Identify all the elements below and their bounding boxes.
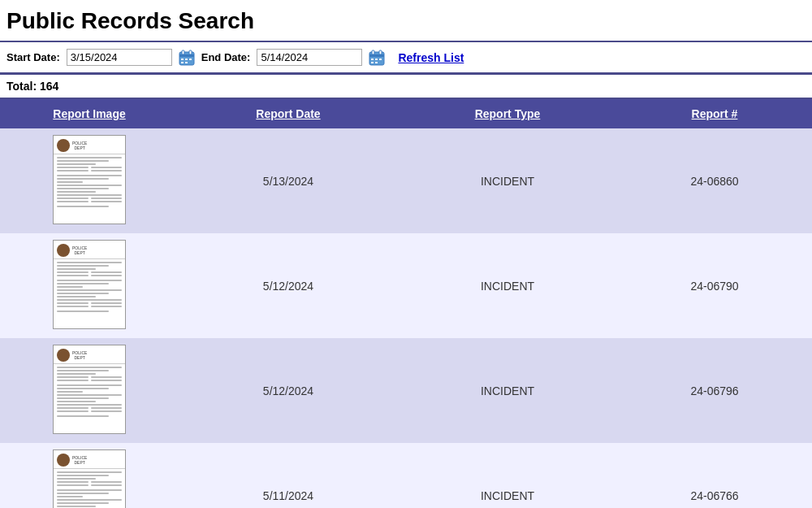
total-count: Total: 164 [0,75,812,99]
filter-bar: Start Date: End Date: Refresh Li [0,42,812,75]
report-type-cell: INCIDENT [398,128,617,233]
end-date-input[interactable] [257,49,362,66]
table-row: POLICEDEPT [0,338,812,443]
svg-rect-6 [189,59,192,60]
end-date-label: End Date: [201,51,251,63]
svg-rect-7 [181,62,184,63]
report-image-cell[interactable]: POLICEDEPT [0,338,179,443]
svg-rect-14 [375,59,378,60]
report-date-cell: 5/11/2024 [179,443,398,508]
table-row: POLICEDEPT [0,233,812,338]
report-thumbnail[interactable]: POLICEDEPT [53,345,126,434]
end-calendar-icon[interactable] [369,50,385,66]
svg-rect-13 [371,59,374,60]
report-thumbnail[interactable]: POLICEDEPT [53,449,126,508]
col-header-report-number[interactable]: Report # [617,99,812,128]
svg-rect-17 [375,62,378,63]
svg-rect-4 [181,59,184,60]
report-date-cell: 5/12/2024 [179,338,398,443]
svg-rect-10 [369,54,384,57]
report-number-cell: 24-06790 [617,233,812,338]
report-image-cell[interactable]: POLICEDEPT [0,233,179,338]
svg-rect-5 [185,59,188,60]
start-date-input[interactable] [67,49,172,66]
table-row: POLICEDEPT [0,443,812,508]
report-type-cell: INCIDENT [398,338,617,443]
report-date-cell: 5/13/2024 [179,128,398,233]
report-number-cell: 24-06766 [617,443,812,508]
report-image-cell[interactable]: POLICEDEPT [0,443,179,508]
table-header-row: Report Image Report Date Report Type Rep… [0,99,812,128]
report-number-cell: 24-06796 [617,338,812,443]
report-type-cell: INCIDENT [398,233,617,338]
col-header-report-image[interactable]: Report Image [0,99,179,128]
svg-rect-3 [189,50,192,54]
report-thumbnail[interactable]: POLICEDEPT [53,135,126,224]
svg-rect-12 [379,50,382,54]
report-image-cell[interactable]: POLICEDEPT [0,128,179,233]
table-body: POLICEDEPT [0,128,812,508]
records-table: Report Image Report Date Report Type Rep… [0,99,812,508]
report-type-cell: INCIDENT [398,443,617,508]
report-date-cell: 5/12/2024 [179,233,398,338]
col-header-report-type[interactable]: Report Type [398,99,617,128]
page-title: Public Records Search [0,0,812,42]
report-number-cell: 24-06860 [617,128,812,233]
col-header-report-date[interactable]: Report Date [179,99,398,128]
refresh-list-button[interactable]: Refresh List [398,51,464,64]
svg-rect-11 [372,50,374,54]
svg-rect-8 [185,62,188,63]
svg-rect-1 [179,54,194,57]
svg-rect-16 [371,62,374,63]
start-calendar-icon[interactable] [179,50,195,66]
svg-rect-2 [182,50,184,54]
start-date-label: Start Date: [6,51,60,63]
svg-rect-15 [379,59,382,60]
table-row: POLICEDEPT [0,128,812,233]
report-thumbnail[interactable]: POLICEDEPT [53,240,126,329]
